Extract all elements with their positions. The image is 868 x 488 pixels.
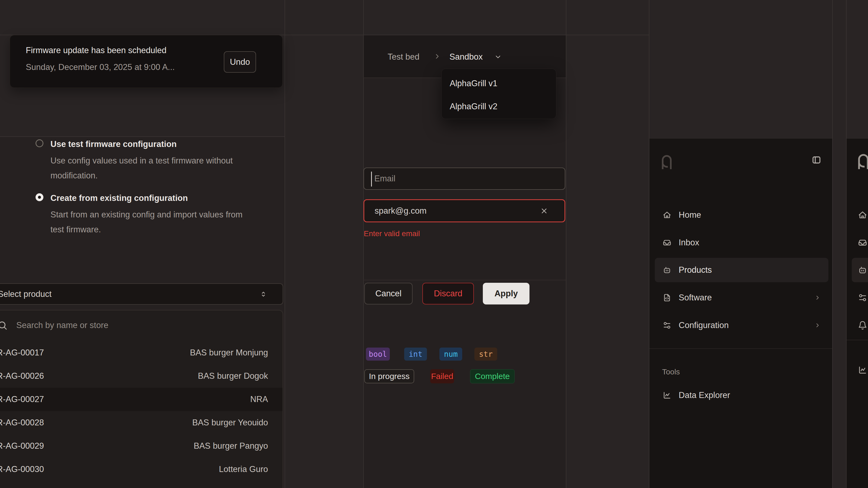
- tools-section-label: Tools: [662, 368, 680, 376]
- divider: [363, 280, 566, 280]
- divider: [363, 0, 364, 488]
- discard-button[interactable]: Discard: [422, 283, 474, 304]
- radio-option-existing-config[interactable]: Create from existing configuration Start…: [35, 193, 243, 237]
- toast-notification: Firmware update has been scheduled Sunda…: [10, 35, 283, 88]
- screen: Firmware update has been scheduled Sunda…: [0, 0, 868, 488]
- email-input-invalid[interactable]: spark@g.com: [364, 199, 565, 222]
- chevron-right-icon: [814, 322, 821, 329]
- bot-icon: [858, 265, 867, 274]
- status-badge-failed: Failed: [430, 369, 454, 383]
- rail-item-data-explorer[interactable]: [852, 358, 868, 382]
- product-row-highlighted[interactable]: R-AG-00027 NRA: [0, 388, 283, 411]
- menu-item[interactable]: AlphaGrill v2: [450, 102, 497, 111]
- type-badge-str: str: [474, 348, 497, 361]
- chevron-down-icon[interactable]: [494, 53, 502, 61]
- type-badge-int: int: [404, 348, 427, 361]
- toast-title: Firmware update has been scheduled: [26, 45, 175, 55]
- email-value: spark@g.com: [375, 206, 427, 216]
- product-row[interactable]: R-AG-00028 BAS burger Yeouido: [0, 411, 283, 434]
- divider: [284, 0, 285, 488]
- product-list-panel: Search by name or store R-AG-00017 BAS b…: [0, 310, 283, 488]
- divider: [566, 0, 566, 488]
- radio-option-title: Create from existing configuration: [51, 193, 243, 203]
- chevrons-up-down-icon: [259, 290, 268, 298]
- radio-selected-icon[interactable]: [35, 193, 43, 201]
- product-list: R-AG-00017 BAS burger Monjung R-AG-00026…: [0, 341, 283, 488]
- breadcrumb-level2[interactable]: Sandbox: [450, 52, 483, 62]
- bot-icon: [663, 266, 671, 274]
- rail-item-products[interactable]: [852, 258, 868, 282]
- breadcrumb-level1[interactable]: Test bed: [388, 52, 420, 62]
- brand-logo-icon: [661, 155, 673, 170]
- chevron-right-icon: [814, 294, 821, 301]
- radio-option-title: Use test firmware configuration: [51, 139, 233, 149]
- status-badge-complete: Complete: [470, 369, 515, 383]
- status-badge-in-progress: In progress: [364, 369, 414, 383]
- undo-button[interactable]: Undo: [224, 51, 256, 73]
- product-row[interactable]: R-AG-00030 Lotteria Guro: [0, 458, 283, 481]
- cancel-button[interactable]: Cancel: [364, 283, 412, 304]
- brand-logo-icon: [857, 154, 868, 170]
- chart-line-icon: [858, 365, 867, 375]
- rail-item-home[interactable]: [852, 203, 868, 227]
- email-placeholder: Email: [374, 174, 396, 184]
- divider: [846, 0, 846, 488]
- radio-unselected-icon[interactable]: [35, 139, 43, 147]
- radio-option-desc: Use config values used in a test firmwar…: [51, 153, 233, 183]
- product-select[interactable]: Select product: [0, 283, 283, 305]
- divider: [649, 348, 832, 349]
- sliders-icon: [858, 293, 867, 302]
- sidebar-item-home[interactable]: Home: [655, 203, 828, 227]
- menu-item[interactable]: AlphaGrill v1: [450, 78, 497, 88]
- inbox-icon: [663, 238, 671, 247]
- validation-error: Enter valid email: [364, 229, 420, 238]
- chart-line-icon: [663, 391, 671, 400]
- inbox-icon: [858, 238, 867, 247]
- sidebar-item-configuration[interactable]: Configuration: [655, 313, 828, 337]
- clear-icon[interactable]: [540, 207, 548, 215]
- divider: [0, 136, 284, 137]
- product-search[interactable]: Search by name or store: [0, 311, 283, 340]
- home-icon: [858, 210, 867, 220]
- type-badge-num: num: [439, 348, 462, 361]
- radio-option-desc: Start from an existing config and import…: [51, 207, 243, 237]
- email-input[interactable]: Email: [364, 167, 565, 190]
- product-row[interactable]: R-AG-00017 BAS burger Monjung: [0, 341, 283, 364]
- divider: [649, 0, 649, 488]
- product-row[interactable]: R-AG-00032 Lotteria Gasan: [0, 481, 283, 488]
- type-badge-bool: bool: [366, 348, 390, 361]
- chevron-right-icon: [433, 53, 441, 60]
- radio-option-test-firmware[interactable]: Use test firmware configuration Use conf…: [35, 139, 233, 183]
- bell-icon: [858, 321, 867, 330]
- toast-subtitle: Sunday, December 03, 2025 at 9:00 A...: [26, 62, 175, 72]
- product-row[interactable]: R-AG-00026 BAS burger Dogok: [0, 364, 283, 388]
- sliders-icon: [663, 321, 671, 330]
- search-icon: [0, 320, 8, 330]
- sidebar-item-inbox[interactable]: Inbox: [655, 230, 828, 255]
- rail-item-inbox[interactable]: [852, 230, 868, 255]
- divider: [846, 340, 868, 340]
- home-icon: [663, 210, 671, 219]
- sidebar-item-software[interactable]: Software: [655, 286, 828, 310]
- file-code-icon: [663, 293, 671, 302]
- breadcrumb-dropdown-menu: AlphaGrill v1 AlphaGrill v2: [441, 69, 556, 119]
- rail-item-notifications[interactable]: [852, 313, 868, 337]
- apply-button[interactable]: Apply: [483, 283, 529, 304]
- divider: [832, 0, 833, 488]
- sidebar-item-data-explorer[interactable]: Data Explorer: [655, 383, 828, 408]
- product-select-value: Select product: [0, 289, 52, 299]
- text-caret: [371, 172, 372, 187]
- search-placeholder: Search by name or store: [16, 321, 108, 330]
- rail-item-settings[interactable]: [852, 286, 868, 310]
- product-row[interactable]: R-AG-00029 BAS burger Pangyo: [0, 434, 283, 458]
- sidebar-item-products[interactable]: Products: [655, 258, 828, 282]
- panel-left-collapse-icon[interactable]: [812, 155, 822, 165]
